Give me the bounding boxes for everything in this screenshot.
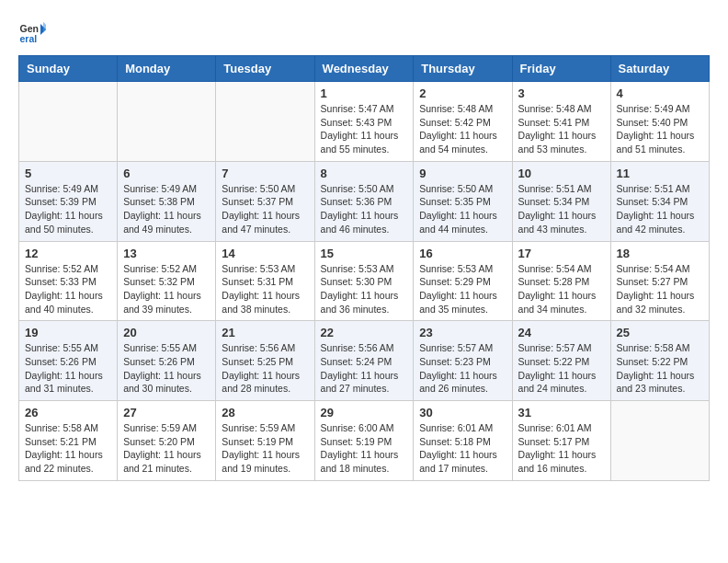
weekday-saturday: Saturday bbox=[610, 56, 709, 82]
calendar-cell: 29Sunrise: 6:00 AMSunset: 5:19 PMDayligh… bbox=[314, 401, 414, 481]
calendar-cell: 24Sunrise: 5:57 AMSunset: 5:22 PMDayligh… bbox=[512, 321, 610, 401]
calendar-cell: 3Sunrise: 5:48 AMSunset: 5:41 PMDaylight… bbox=[512, 82, 610, 162]
calendar-cell: 22Sunrise: 5:56 AMSunset: 5:24 PMDayligh… bbox=[314, 321, 414, 401]
day-info: Sunrise: 6:00 AMSunset: 5:19 PMDaylight:… bbox=[321, 421, 408, 476]
day-info: Sunrise: 5:59 AMSunset: 5:20 PMDaylight:… bbox=[123, 421, 210, 476]
day-number: 5 bbox=[25, 167, 111, 180]
day-number: 15 bbox=[321, 247, 408, 260]
calendar-cell: 20Sunrise: 5:55 AMSunset: 5:26 PMDayligh… bbox=[118, 321, 216, 401]
day-number: 4 bbox=[617, 86, 703, 100]
calendar-cell: 23Sunrise: 5:57 AMSunset: 5:23 PMDayligh… bbox=[414, 321, 512, 401]
calendar-cell: 19Sunrise: 5:55 AMSunset: 5:26 PMDayligh… bbox=[19, 321, 118, 401]
day-number: 17 bbox=[518, 247, 605, 260]
calendar-cell: 28Sunrise: 5:59 AMSunset: 5:19 PMDayligh… bbox=[216, 401, 314, 481]
day-info: Sunrise: 5:50 AMSunset: 5:37 PMDaylight:… bbox=[222, 182, 308, 236]
weekday-wednesday: Wednesday bbox=[314, 56, 414, 82]
day-info: Sunrise: 5:55 AMSunset: 5:26 PMDaylight:… bbox=[25, 341, 111, 396]
day-info: Sunrise: 5:53 AMSunset: 5:30 PMDaylight:… bbox=[321, 262, 408, 316]
calendar-cell: 25Sunrise: 5:58 AMSunset: 5:22 PMDayligh… bbox=[610, 321, 709, 401]
calendar-cell: 27Sunrise: 5:59 AMSunset: 5:20 PMDayligh… bbox=[118, 401, 216, 481]
calendar-cell: 10Sunrise: 5:51 AMSunset: 5:34 PMDayligh… bbox=[512, 161, 610, 241]
calendar-cell bbox=[216, 82, 314, 162]
day-info: Sunrise: 5:51 AMSunset: 5:34 PMDaylight:… bbox=[617, 182, 703, 236]
day-info: Sunrise: 5:48 AMSunset: 5:42 PMDaylight:… bbox=[419, 102, 506, 156]
logo-icon: Gen eral bbox=[18, 18, 46, 46]
day-number: 6 bbox=[123, 167, 210, 180]
day-number: 21 bbox=[222, 326, 308, 339]
day-info: Sunrise: 5:50 AMSunset: 5:36 PMDaylight:… bbox=[321, 182, 408, 236]
day-number: 20 bbox=[123, 326, 210, 339]
day-number: 2 bbox=[419, 86, 506, 100]
calendar: SundayMondayTuesdayWednesdayThursdayFrid… bbox=[18, 55, 710, 481]
header: Gen eral bbox=[18, 18, 710, 46]
day-info: Sunrise: 5:56 AMSunset: 5:25 PMDaylight:… bbox=[222, 341, 308, 396]
day-number: 19 bbox=[25, 326, 111, 339]
day-number: 1 bbox=[321, 86, 408, 100]
calendar-cell: 16Sunrise: 5:53 AMSunset: 5:29 PMDayligh… bbox=[414, 241, 512, 321]
day-number: 23 bbox=[419, 326, 506, 339]
day-number: 16 bbox=[419, 247, 506, 260]
calendar-cell: 30Sunrise: 6:01 AMSunset: 5:18 PMDayligh… bbox=[414, 401, 512, 481]
calendar-cell: 7Sunrise: 5:50 AMSunset: 5:37 PMDaylight… bbox=[216, 161, 314, 241]
calendar-cell: 15Sunrise: 5:53 AMSunset: 5:30 PMDayligh… bbox=[314, 241, 414, 321]
day-number: 30 bbox=[419, 406, 506, 419]
svg-text:eral: eral bbox=[20, 33, 38, 44]
weekday-monday: Monday bbox=[118, 56, 216, 82]
day-number: 13 bbox=[123, 247, 210, 260]
calendar-cell: 21Sunrise: 5:56 AMSunset: 5:25 PMDayligh… bbox=[216, 321, 314, 401]
day-info: Sunrise: 6:01 AMSunset: 5:18 PMDaylight:… bbox=[419, 421, 506, 476]
day-info: Sunrise: 5:49 AMSunset: 5:39 PMDaylight:… bbox=[25, 182, 111, 236]
calendar-cell: 17Sunrise: 5:54 AMSunset: 5:28 PMDayligh… bbox=[512, 241, 610, 321]
day-info: Sunrise: 5:48 AMSunset: 5:41 PMDaylight:… bbox=[518, 102, 605, 156]
calendar-cell: 31Sunrise: 6:01 AMSunset: 5:17 PMDayligh… bbox=[512, 401, 610, 481]
calendar-cell: 5Sunrise: 5:49 AMSunset: 5:39 PMDaylight… bbox=[19, 161, 118, 241]
day-info: Sunrise: 5:57 AMSunset: 5:23 PMDaylight:… bbox=[419, 341, 506, 396]
day-number: 25 bbox=[617, 326, 703, 339]
weekday-friday: Friday bbox=[512, 56, 610, 82]
calendar-cell bbox=[610, 401, 709, 481]
calendar-cell: 11Sunrise: 5:51 AMSunset: 5:34 PMDayligh… bbox=[610, 161, 709, 241]
day-info: Sunrise: 5:52 AMSunset: 5:33 PMDaylight:… bbox=[25, 262, 111, 316]
calendar-body: 1Sunrise: 5:47 AMSunset: 5:43 PMDaylight… bbox=[19, 82, 710, 481]
week-row-3: 12Sunrise: 5:52 AMSunset: 5:33 PMDayligh… bbox=[19, 241, 710, 321]
calendar-cell: 1Sunrise: 5:47 AMSunset: 5:43 PMDaylight… bbox=[314, 82, 414, 162]
day-info: Sunrise: 5:57 AMSunset: 5:22 PMDaylight:… bbox=[518, 341, 605, 396]
day-info: Sunrise: 5:49 AMSunset: 5:40 PMDaylight:… bbox=[617, 102, 703, 156]
calendar-cell: 14Sunrise: 5:53 AMSunset: 5:31 PMDayligh… bbox=[216, 241, 314, 321]
calendar-cell: 2Sunrise: 5:48 AMSunset: 5:42 PMDaylight… bbox=[414, 82, 512, 162]
weekday-header: SundayMondayTuesdayWednesdayThursdayFrid… bbox=[19, 56, 710, 82]
day-number: 22 bbox=[321, 326, 408, 339]
calendar-cell bbox=[19, 82, 118, 162]
day-info: Sunrise: 5:49 AMSunset: 5:38 PMDaylight:… bbox=[123, 182, 210, 236]
day-number: 3 bbox=[518, 86, 605, 100]
weekday-tuesday: Tuesday bbox=[216, 56, 314, 82]
day-number: 14 bbox=[222, 247, 308, 260]
day-number: 12 bbox=[25, 247, 111, 260]
calendar-cell: 8Sunrise: 5:50 AMSunset: 5:36 PMDaylight… bbox=[314, 161, 414, 241]
day-number: 18 bbox=[617, 247, 703, 260]
day-info: Sunrise: 5:58 AMSunset: 5:22 PMDaylight:… bbox=[617, 341, 703, 396]
day-number: 11 bbox=[617, 167, 703, 180]
week-row-2: 5Sunrise: 5:49 AMSunset: 5:39 PMDaylight… bbox=[19, 161, 710, 241]
day-info: Sunrise: 5:50 AMSunset: 5:35 PMDaylight:… bbox=[419, 182, 506, 236]
calendar-cell: 26Sunrise: 5:58 AMSunset: 5:21 PMDayligh… bbox=[19, 401, 118, 481]
day-info: Sunrise: 5:53 AMSunset: 5:29 PMDaylight:… bbox=[419, 262, 506, 316]
day-info: Sunrise: 5:55 AMSunset: 5:26 PMDaylight:… bbox=[123, 341, 210, 396]
day-info: Sunrise: 5:56 AMSunset: 5:24 PMDaylight:… bbox=[321, 341, 408, 396]
day-number: 9 bbox=[419, 167, 506, 180]
day-info: Sunrise: 6:01 AMSunset: 5:17 PMDaylight:… bbox=[518, 421, 605, 476]
week-row-5: 26Sunrise: 5:58 AMSunset: 5:21 PMDayligh… bbox=[19, 401, 710, 481]
day-number: 28 bbox=[222, 406, 308, 419]
day-number: 8 bbox=[321, 167, 408, 180]
week-row-4: 19Sunrise: 5:55 AMSunset: 5:26 PMDayligh… bbox=[19, 321, 710, 401]
day-info: Sunrise: 5:58 AMSunset: 5:21 PMDaylight:… bbox=[25, 421, 111, 476]
day-number: 7 bbox=[222, 167, 308, 180]
day-info: Sunrise: 5:47 AMSunset: 5:43 PMDaylight:… bbox=[321, 102, 408, 156]
day-info: Sunrise: 5:53 AMSunset: 5:31 PMDaylight:… bbox=[222, 262, 308, 316]
day-info: Sunrise: 5:51 AMSunset: 5:34 PMDaylight:… bbox=[518, 182, 605, 236]
calendar-cell: 9Sunrise: 5:50 AMSunset: 5:35 PMDaylight… bbox=[414, 161, 512, 241]
day-info: Sunrise: 5:54 AMSunset: 5:27 PMDaylight:… bbox=[617, 262, 703, 316]
calendar-cell bbox=[118, 82, 216, 162]
day-number: 26 bbox=[25, 406, 111, 419]
weekday-sunday: Sunday bbox=[19, 56, 118, 82]
